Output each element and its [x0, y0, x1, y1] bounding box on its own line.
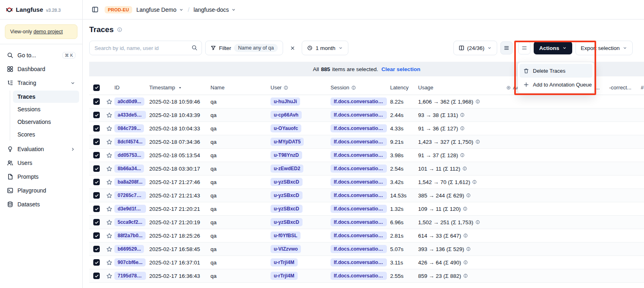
- row-checkbox[interactable]: [93, 192, 100, 199]
- bookmark-star-icon[interactable]: [106, 273, 112, 279]
- trace-id-link[interactable]: 8dcf4574...: [114, 138, 146, 146]
- search-input[interactable]: [89, 41, 202, 55]
- bookmark-star-icon[interactable]: [106, 260, 112, 266]
- actions-button[interactable]: Actions: [534, 41, 572, 54]
- session-link[interactable]: lf.docs.conversation...: [331, 232, 387, 240]
- session-link[interactable]: lf.docs.conversation...: [331, 138, 387, 146]
- user-link[interactable]: u-yzSBxcD: [270, 218, 303, 226]
- user-link[interactable]: u-yzSBxcD: [270, 205, 303, 213]
- session-link[interactable]: lf.docs.conversation...: [331, 245, 387, 253]
- filter-button[interactable]: Filter Name any of qa: [205, 41, 283, 55]
- user-link[interactable]: u-OYauofc: [270, 124, 301, 132]
- table-row[interactable]: a0cd0d9... 2025-02-18 10:59:46 qa u-huJh…: [89, 95, 644, 108]
- bookmark-star-icon[interactable]: [106, 139, 112, 145]
- session-link[interactable]: lf.docs.conversation...: [331, 97, 387, 106]
- export-selection-button[interactable]: Export selection: [575, 41, 633, 55]
- session-link[interactable]: lf.docs.conversation...: [331, 272, 387, 280]
- row-checkbox[interactable]: [93, 112, 100, 118]
- row-checkbox[interactable]: [93, 246, 100, 252]
- org-selector[interactable]: Langfuse Demo: [136, 6, 184, 13]
- sidebar-item-tracing[interactable]: Tracing: [3, 76, 79, 90]
- trace-id-link[interactable]: dd05753...: [114, 151, 144, 159]
- row-checkbox[interactable]: [93, 206, 100, 212]
- session-link[interactable]: lf.docs.conversation...: [331, 165, 387, 173]
- timestamp-column-header[interactable]: Timestamp: [149, 84, 210, 91]
- table-row[interactable]: 88f2a7b0... 2025-02-17 18:25:26 qa u-f0Y…: [89, 229, 644, 243]
- trace-id-link[interactable]: 084c739...: [114, 124, 144, 132]
- table-row[interactable]: dd05753... 2025-02-18 05:13:54 qa u-T98Y…: [89, 149, 644, 162]
- table-row[interactable]: 7195d78e... 2025-02-17 16:36:43 qa u-rTr…: [89, 269, 644, 283]
- table-row[interactable]: 8b66a34... 2025-02-18 03:30:17 qa u-zEwd…: [89, 162, 644, 175]
- user-link[interactable]: u-MYpDAT5: [270, 138, 304, 146]
- session-link[interactable]: lf.docs.conversation...: [331, 205, 387, 213]
- row-checkbox[interactable]: [93, 232, 100, 239]
- sidebar-item-playground[interactable]: Playground: [3, 184, 79, 197]
- trace-id-link[interactable]: 907cbf6e...: [114, 258, 146, 266]
- sidebar-item-datasets[interactable]: Datasets: [3, 197, 79, 211]
- row-height-small-button[interactable]: [500, 41, 513, 54]
- sidebar-item-users[interactable]: Users: [3, 156, 79, 170]
- user-link[interactable]: u-T98YnzD: [270, 151, 302, 159]
- table-row[interactable]: 084c739... 2025-02-18 10:04:33 qa u-OYau…: [89, 122, 644, 135]
- menu-item-delete-traces[interactable]: Delete Traces: [519, 64, 592, 78]
- trace-id-link[interactable]: 5cca9cf2...: [114, 218, 146, 226]
- trace-id-link[interactable]: b669529...: [114, 245, 144, 253]
- row-checkbox[interactable]: [93, 273, 100, 279]
- table-row[interactable]: 907cbf6e... 2025-02-17 16:37:01 qa u-rTr…: [89, 256, 644, 269]
- table-row[interactable]: ba8a208f... 2025-02-17 21:27:46 qa u-yzS…: [89, 175, 644, 189]
- row-checkbox[interactable]: [93, 219, 100, 225]
- row-checkbox[interactable]: [93, 125, 100, 132]
- row-height-large-button[interactable]: [518, 41, 530, 54]
- trace-id-link[interactable]: a0cd0d9...: [114, 97, 144, 106]
- session-link[interactable]: lf.docs.conversation...: [331, 191, 387, 199]
- menu-item-add-to-annotation-queue[interactable]: Add to Annotation Queue: [519, 78, 592, 91]
- select-all-checkbox[interactable]: [93, 84, 100, 91]
- bookmark-star-icon[interactable]: [106, 179, 112, 185]
- clear-filter-button[interactable]: [286, 42, 298, 54]
- bookmark-star-icon[interactable]: [106, 219, 112, 225]
- trace-id-link[interactable]: a433de51...: [114, 111, 146, 119]
- user-link[interactable]: u-cp66Avh: [270, 111, 302, 119]
- sidebar-item-prompts[interactable]: Prompts: [3, 170, 79, 184]
- bookmark-star-icon[interactable]: [106, 152, 112, 158]
- row-checkbox[interactable]: [93, 98, 100, 105]
- goto-search[interactable]: Go to... ⌘ K: [3, 48, 79, 62]
- trace-id-link[interactable]: 88f2a7b0...: [114, 232, 146, 240]
- user-link[interactable]: u-rTrjl4M: [270, 272, 298, 280]
- bookmark-star-icon[interactable]: [106, 166, 112, 172]
- user-link[interactable]: u-VIZzvwo: [270, 245, 301, 253]
- sidebar-toggle-button[interactable]: [89, 4, 101, 15]
- session-link[interactable]: lf.docs.conversation...: [331, 258, 387, 266]
- project-selector[interactable]: langfuse-docs: [193, 6, 236, 13]
- row-checkbox[interactable]: [93, 179, 100, 185]
- row-checkbox[interactable]: [93, 165, 100, 172]
- user-link[interactable]: u-huJhuJi: [270, 97, 300, 106]
- sidebar-item-observations[interactable]: Observations: [13, 116, 79, 128]
- session-link[interactable]: lf.docs.conversation...: [331, 178, 387, 186]
- session-link[interactable]: lf.docs.conversation...: [331, 151, 387, 159]
- sidebar-item-evaluation[interactable]: Evaluation: [3, 142, 79, 156]
- table-row[interactable]: 07265c7a... 2025-02-17 21:21:43 qa u-yzS…: [89, 189, 644, 202]
- table-row[interactable]: d3e9d1f2... 2025-02-17 21:20:21 qa u-yzS…: [89, 202, 644, 216]
- row-checkbox[interactable]: [93, 139, 100, 145]
- timerange-button[interactable]: 1 month: [302, 41, 348, 55]
- trace-id-link[interactable]: d3e9d1f2...: [114, 205, 146, 213]
- table-row[interactable]: b669529... 2025-02-17 16:58:45 qa u-VIZz…: [89, 243, 644, 256]
- trace-id-link[interactable]: ba8a208f...: [114, 178, 146, 186]
- session-link[interactable]: lf.docs.conversation...: [331, 218, 387, 226]
- demo-project-link[interactable]: demo project: [33, 29, 62, 35]
- session-link[interactable]: lf.docs.conversation...: [331, 111, 387, 119]
- bookmark-star-icon[interactable]: [106, 99, 112, 105]
- user-link[interactable]: u-zEwdED2: [270, 165, 303, 173]
- bookmark-star-icon[interactable]: [106, 246, 112, 252]
- trace-id-link[interactable]: 7195d78e...: [114, 272, 146, 280]
- sidebar-item-traces[interactable]: Traces: [13, 91, 79, 103]
- sidebar-item-scores[interactable]: Scores: [13, 128, 79, 141]
- bookmark-star-icon[interactable]: [106, 233, 112, 239]
- table-row[interactable]: 5cca9cf2... 2025-02-17 21:20:19 qa u-yzS…: [89, 216, 644, 229]
- sidebar-item-sessions[interactable]: Sessions: [13, 103, 79, 115]
- columns-button[interactable]: (24/36): [453, 41, 498, 55]
- bookmark-star-icon[interactable]: [106, 193, 112, 199]
- user-link[interactable]: u-yzSBxcD: [270, 178, 303, 186]
- row-checkbox[interactable]: [93, 259, 100, 266]
